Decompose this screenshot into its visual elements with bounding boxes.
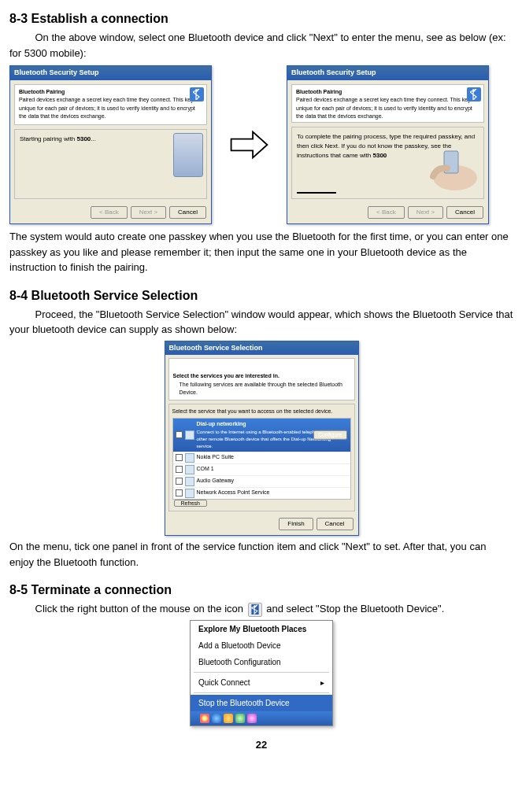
figure-row-pairing: Bluetooth Security Setup Bluetooth Pairi… (9, 65, 513, 224)
window-service-selection: Bluetooth Service Selection Select the s… (165, 341, 359, 537)
menu-item-config[interactable]: Bluetooth Configuration (191, 654, 332, 670)
checkbox[interactable] (176, 478, 183, 485)
service-item[interactable]: Nokia PC Suite (173, 452, 350, 464)
service-list: Dial-up networking Connect to the Intern… (172, 418, 351, 500)
body-text-prefix: Starting pairing with (20, 135, 76, 142)
service-item-label: COM 1 (197, 465, 214, 474)
context-menu: Explore My Bluetooth Places Add a Blueto… (190, 620, 333, 726)
service-item-dialup[interactable]: Dial-up networking Connect to the Intern… (173, 419, 350, 452)
back-button[interactable]: < Back (368, 206, 405, 219)
tray-icon (247, 714, 257, 723)
menu-item-stop-device[interactable]: Stop the Bluetooth Device (191, 695, 332, 711)
button-row: < Back Next > Cancel (287, 203, 488, 223)
body-text-bold: 5300 (372, 152, 387, 159)
text-before-icon: Click the right button of the mouse on t… (35, 603, 246, 615)
para-8-3-after: The system would auto create one passkey… (9, 229, 513, 275)
service-item-title: Dial-up networking (197, 421, 246, 426)
para-8-5: Click the right button of the mouse on t… (9, 601, 513, 617)
body-text-suffix: ... (91, 135, 96, 142)
service-item[interactable]: Audio Gateway (173, 476, 350, 488)
finish-button[interactable]: Finish (279, 518, 313, 530)
para-8-4-intro: Proceed, the "Bluetooth Service Selectio… (9, 307, 513, 338)
pairing-title: Bluetooth Pairing (296, 89, 342, 94)
cancel-button[interactable]: Cancel (446, 206, 483, 219)
refresh-button[interactable]: Refresh (174, 500, 208, 507)
pairing-title: Bluetooth Pairing (19, 89, 65, 94)
tray-icon (235, 714, 245, 723)
service-item[interactable]: COM 1 (173, 464, 350, 476)
service-item-label: Nokia PC Suite (197, 453, 234, 462)
pairing-text: Paired devices exchange a secret key eac… (19, 97, 199, 119)
service-head-sub: The following services are available thr… (173, 381, 350, 397)
menu-separator (194, 672, 329, 673)
body-text-bold: 5300 (76, 135, 91, 142)
service-icon (185, 430, 194, 440)
service-item-label: Audio Gateway (197, 477, 234, 485)
heading-8-3: 8-3 Establish a connection (9, 9, 513, 28)
system-tray (191, 711, 332, 725)
window-security-setup-1: Bluetooth Security Setup Bluetooth Pairi… (9, 65, 212, 224)
tray-icon (200, 714, 209, 723)
service-header-panel: Select the services you are interested i… (168, 358, 355, 400)
menu-item-explore[interactable]: Explore My Bluetooth Places (191, 621, 332, 637)
service-item[interactable]: Network Access Point Service (173, 488, 350, 499)
titlebar: Bluetooth Security Setup (287, 66, 488, 80)
bluetooth-icon (173, 361, 184, 372)
pda-image (173, 133, 203, 177)
titlebar: Bluetooth Security Setup (10, 66, 211, 80)
service-body: Select the service that you want to acce… (168, 404, 355, 512)
text-after-icon: and select "Stop the Bluetooth Device". (266, 603, 444, 615)
page-number: 22 (9, 737, 513, 753)
para-8-3-intro: On the above window, select one Bluetoot… (9, 30, 513, 61)
pairing-header-panel: Bluetooth Pairing Paired devices exchang… (291, 84, 484, 124)
menu-item-quick-connect[interactable]: Quick Connect ▸ (191, 674, 332, 691)
pairing-header-panel: Bluetooth Pairing Paired devices exchang… (14, 84, 207, 125)
checkbox[interactable] (176, 489, 183, 496)
menu-separator (194, 692, 329, 693)
bluetooth-tray-icon (248, 603, 262, 617)
menu-item-add-device[interactable]: Add a Bluetooth Device (191, 637, 332, 654)
service-icon (185, 477, 194, 486)
heading-8-5: 8-5 Terminate a connection (9, 581, 513, 600)
menu-item-label: Quick Connect (198, 678, 250, 687)
titlebar: Bluetooth Service Selection (165, 341, 358, 356)
next-button[interactable]: Next > (408, 206, 443, 219)
window-body: Starting pairing with 5300... (14, 129, 207, 200)
checkbox[interactable] (176, 431, 183, 438)
hand-holding-device-image (417, 145, 480, 195)
service-item-label: Network Access Point Service (197, 489, 270, 497)
arrow-right-icon (228, 128, 271, 161)
heading-8-4: 8-4 Bluetooth Service Selection (9, 286, 513, 305)
checkbox[interactable] (176, 466, 183, 473)
button-row: Finish Cancel (165, 515, 358, 535)
window-body: To complete the pairing process, type th… (291, 127, 484, 199)
back-button[interactable]: < Back (91, 206, 128, 219)
service-icon (185, 489, 194, 498)
service-head-bold: Select the services you are interested i… (173, 373, 280, 378)
cancel-button[interactable]: Cancel (169, 206, 206, 219)
next-button[interactable]: Next > (131, 206, 166, 219)
window-security-setup-2: Bluetooth Security Setup Bluetooth Pairi… (287, 65, 489, 224)
para-8-4-after: On the menu, tick one panel in front of … (9, 539, 513, 570)
cancel-button[interactable]: Cancel (317, 518, 354, 530)
passkey-input[interactable] (297, 184, 336, 194)
tray-icon (212, 714, 221, 723)
tray-icon (224, 714, 233, 723)
service-icon (185, 453, 194, 463)
pairing-text: Paired devices exchange a secret key eac… (296, 97, 476, 119)
button-row: < Back Next > Cancel (10, 203, 211, 223)
service-icon (185, 465, 194, 474)
service-instruction: Select the service that you want to acce… (172, 408, 351, 416)
submenu-arrow-icon: ▸ (320, 677, 324, 688)
checkbox[interactable] (176, 454, 183, 461)
bluetooth-icon (467, 87, 481, 102)
configure-button[interactable]: Configure (313, 430, 346, 441)
bluetooth-icon (190, 87, 204, 102)
